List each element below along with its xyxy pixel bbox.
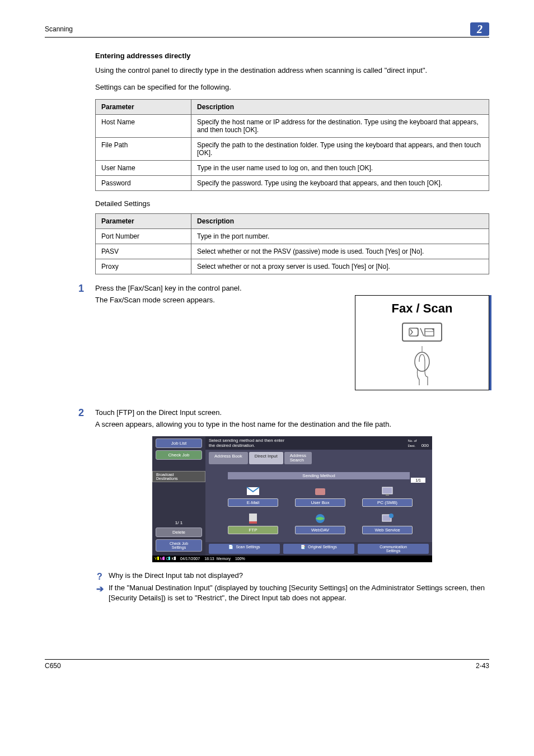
method-pager: 1/1 bbox=[411, 478, 425, 483]
dest-count-value: 000 bbox=[421, 443, 429, 448]
tab-address-search[interactable]: Address Search bbox=[284, 452, 312, 464]
method-pcsmb-btn: PC (SMB) bbox=[362, 498, 413, 507]
sending-method-label: Sending Method bbox=[228, 472, 410, 479]
screenshot-tabs: Address Book Direct Input Address Search bbox=[205, 450, 432, 466]
finger-press-icon bbox=[355, 346, 489, 385]
ftp-icon bbox=[245, 512, 261, 525]
header-section: Scanning bbox=[45, 25, 73, 33]
table-row: File PathSpecify the path to the destina… bbox=[96, 138, 489, 161]
method-userbox[interactable]: User Box bbox=[295, 485, 345, 507]
pc-icon bbox=[379, 485, 396, 497]
svg-rect-7 bbox=[315, 488, 325, 495]
method-webdav[interactable]: WebDAV bbox=[295, 512, 345, 534]
table-row: ProxySelect whether or not a proxy serve… bbox=[96, 259, 489, 274]
topbar-message: Select sending method and then enter the… bbox=[209, 438, 284, 448]
footer-model: C650 bbox=[45, 662, 61, 670]
panel-screenshot: Job List Check Job Broadcast Destination… bbox=[152, 436, 432, 562]
section-title: Entering addresses directly bbox=[95, 52, 489, 60]
intro-paragraph-2: Settings can be specified for the follow… bbox=[95, 82, 489, 92]
table-row: PasswordSpecify the password. Type using… bbox=[96, 176, 489, 191]
comm-settings-button[interactable]: Communication Settings bbox=[358, 544, 429, 554]
screenshot-status-bar: Y M C K 04/17/2007 18:13 Memory 100% bbox=[152, 556, 432, 562]
step-number-1: 1 bbox=[78, 283, 95, 295]
method-webservice-btn: Web Service bbox=[362, 526, 413, 534]
step2-line2: A screen appears, allowing you to type i… bbox=[95, 419, 489, 431]
fax-scan-button-icon bbox=[402, 323, 442, 342]
method-email[interactable]: E-Mail bbox=[228, 485, 278, 507]
status-date: 04/17/2007 bbox=[180, 557, 200, 561]
parameters-table-1: Parameter Description Host NameSpecify t… bbox=[95, 99, 489, 191]
footer-page: 2-43 bbox=[476, 662, 489, 670]
svg-point-5 bbox=[415, 352, 429, 371]
svg-rect-9 bbox=[386, 494, 389, 496]
method-webservice[interactable]: Web Service bbox=[362, 512, 413, 534]
table-row: Port NumberType in the port number. bbox=[96, 229, 489, 244]
scan-settings-button[interactable]: 📄Scan Settings bbox=[209, 544, 280, 554]
dest-count-label: No. of Dest. bbox=[407, 439, 416, 447]
detailed-settings-label: Detailed Settings bbox=[95, 199, 489, 208]
status-memory-label: Memory bbox=[217, 557, 231, 561]
original-settings-button[interactable]: 📑Original Settings bbox=[283, 544, 354, 554]
method-webdav-btn: WebDAV bbox=[295, 526, 345, 534]
svg-line-1 bbox=[420, 328, 424, 336]
svg-rect-11 bbox=[249, 521, 257, 524]
method-userbox-btn: User Box bbox=[295, 498, 345, 507]
method-email-btn: E-Mail bbox=[228, 498, 278, 507]
check-settings-button[interactable]: Check Job Settings bbox=[156, 539, 202, 552]
chapter-badge: 2 bbox=[470, 22, 489, 36]
method-pcsmb[interactable]: PC (SMB) bbox=[362, 485, 413, 507]
faq-answer: If the "Manual Destination Input" (displ… bbox=[109, 583, 489, 603]
webservice-icon bbox=[379, 512, 396, 525]
step-number-2: 2 bbox=[78, 407, 95, 419]
screenshot-main: Select sending method and then enter the… bbox=[205, 436, 432, 556]
svg-rect-8 bbox=[382, 487, 392, 494]
col-description: Description bbox=[191, 100, 489, 115]
job-list-button[interactable]: Job List bbox=[156, 438, 202, 448]
status-memory-value: 100% bbox=[235, 557, 245, 561]
question-icon: ? bbox=[95, 571, 104, 583]
screenshot-sidebar: Job List Check Job Broadcast Destination… bbox=[152, 436, 206, 562]
svg-rect-2 bbox=[425, 329, 434, 336]
parameters-table-2: Parameter Description Port NumberType in… bbox=[95, 213, 489, 274]
tab-address-book[interactable]: Address Book bbox=[209, 452, 248, 464]
screenshot-bottom-bar: 📄Scan Settings 📑Original Settings Commun… bbox=[205, 542, 432, 556]
status-time: 18:13 bbox=[204, 557, 214, 561]
delete-button[interactable]: Delete bbox=[156, 528, 202, 537]
step1-line1: Press the [Fax/Scan] key in the control … bbox=[95, 283, 489, 295]
table-row: Host NameSpecify the host name or IP add… bbox=[96, 115, 489, 138]
method-ftp[interactable]: FTP bbox=[228, 512, 278, 534]
svg-point-14 bbox=[389, 514, 394, 518]
col-parameter: Parameter bbox=[96, 100, 191, 115]
step2-line1: Touch [FTP] on the Direct Input screen. bbox=[95, 407, 489, 419]
screenshot-topbar: Select sending method and then enter the… bbox=[205, 436, 432, 450]
page-footer: C650 2-43 bbox=[45, 659, 489, 670]
table-header-row: Parameter Description bbox=[96, 214, 489, 229]
table-row: User NameType in the user name used to l… bbox=[96, 161, 489, 176]
table-row: PASVSelect whether or not the PASV (pass… bbox=[96, 244, 489, 259]
method-ftp-btn: FTP bbox=[228, 526, 278, 534]
broadcast-dest-label: Broadcast Destinations bbox=[152, 471, 205, 482]
sending-method-grid: E-Mail User Box PC (SMB) bbox=[205, 483, 432, 536]
table-header-row: Parameter Description bbox=[96, 100, 489, 115]
page-header: Scanning 2 bbox=[45, 22, 489, 38]
tab-direct-input[interactable]: Direct Input bbox=[249, 452, 283, 464]
userbox-icon bbox=[312, 485, 329, 497]
sidebar-pager: 1/ 1 bbox=[152, 520, 205, 525]
col-description: Description bbox=[191, 214, 489, 229]
faq-question: Why is the Direct Input tab not displaye… bbox=[109, 571, 243, 581]
arrow-right-icon: ➔ bbox=[95, 583, 104, 595]
webdav-icon bbox=[312, 512, 329, 525]
check-job-button[interactable]: Check Job bbox=[156, 450, 202, 460]
toner-levels: Y M C K bbox=[154, 557, 176, 561]
col-parameter: Parameter bbox=[96, 214, 191, 229]
intro-paragraph-1: Using the control panel to directly type… bbox=[95, 66, 489, 76]
fax-scan-illustration: Fax / Scan bbox=[355, 295, 489, 390]
email-icon bbox=[245, 485, 261, 497]
